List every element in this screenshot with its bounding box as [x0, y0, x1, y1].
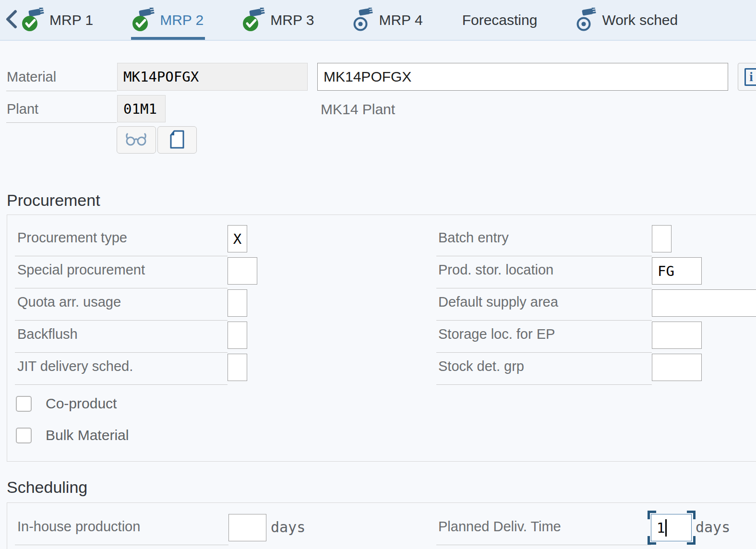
- focus-corner-icon: [687, 536, 696, 545]
- field-row-batch-entry: Batch entry: [430, 224, 756, 256]
- planned-deliv-time-input[interactable]: 1: [651, 514, 692, 541]
- planned-deliv-time-value: 1: [657, 520, 665, 536]
- focus-corner-icon: [687, 511, 696, 519]
- check-circle-icon: [22, 8, 44, 33]
- tab-label: MRP 1: [49, 12, 93, 28]
- field-row-special-procurement: Special procurement: [7, 256, 276, 288]
- bulk-material-checkbox[interactable]: [16, 428, 32, 443]
- scheduling-left-column: In-house production days: [7, 513, 276, 545]
- check-circle-icon: [132, 8, 155, 33]
- tab-label: MRP 4: [379, 12, 422, 28]
- special-procurement-input[interactable]: [228, 257, 257, 285]
- procurement-left-column: Procurement type X Special procurement Q…: [7, 224, 276, 454]
- tab-mrp3[interactable]: MRP 3: [243, 0, 314, 40]
- in-house-production-unit: days: [271, 519, 305, 536]
- planned-deliv-time-label: Planned Deliv. Time: [438, 519, 561, 535]
- default-supply-area-label: Default supply area: [438, 294, 558, 310]
- focus-corner-icon: [648, 536, 656, 545]
- plant-key-field[interactable]: 01M1: [117, 95, 166, 122]
- storage-loc-for-ep-input[interactable]: [652, 322, 702, 349]
- field-row-default-supply-area: Default supply area: [430, 288, 756, 321]
- special-procurement-label: Special procurement: [17, 262, 145, 278]
- quota-arr-usage-label: Quota arr. usage: [17, 294, 121, 310]
- field-row-in-house-production: In-house production days: [7, 513, 276, 545]
- tab-label: Work sched: [602, 12, 678, 28]
- record-dot-icon: [353, 8, 373, 33]
- scheduling-groupbox: In-house production days Planned Deliv. …: [7, 502, 756, 549]
- display-button[interactable]: [117, 126, 156, 154]
- prod-stor-location-input[interactable]: FG: [652, 257, 702, 285]
- batch-entry-input[interactable]: [652, 225, 672, 252]
- glasses-icon: [125, 132, 148, 148]
- in-house-production-input[interactable]: [228, 514, 266, 541]
- information-icon: i: [744, 68, 756, 86]
- procurement-type-label: Procurement type: [17, 230, 127, 246]
- checkbox-row-co-product: Co-product: [7, 390, 276, 422]
- back-button[interactable]: [0, 0, 22, 40]
- focus-corner-icon: [648, 511, 656, 519]
- procurement-right-column: Batch entry Prod. stor. location FG Defa…: [430, 224, 756, 385]
- field-row-jit-delivery-sched: JIT delivery sched.: [7, 353, 276, 385]
- tab-mrp4[interactable]: MRP 4: [353, 0, 422, 40]
- plant-label: Plant: [7, 101, 38, 117]
- procurement-groupbox: Procurement type X Special procurement Q…: [7, 215, 756, 462]
- field-row-procurement-type: Procurement type X: [7, 224, 276, 256]
- batch-entry-label: Batch entry: [438, 230, 509, 246]
- procurement-section-title: Procurement: [7, 191, 100, 210]
- tab-mrp1[interactable]: MRP 1: [22, 0, 93, 40]
- bulk-material-label: Bulk Material: [46, 427, 129, 443]
- copy-page-icon: [169, 129, 185, 151]
- storage-loc-for-ep-label: Storage loc. for EP: [438, 326, 555, 342]
- co-product-label: Co-product: [46, 395, 117, 412]
- co-product-checkbox[interactable]: [16, 396, 32, 412]
- field-row-stock-det-grp: Stock det. grp: [430, 353, 756, 385]
- check-circle-icon: [243, 8, 265, 33]
- planned-deliv-time-unit: days: [696, 519, 730, 536]
- backflush-input[interactable]: [228, 322, 247, 349]
- stock-det-grp-label: Stock det. grp: [438, 358, 524, 374]
- material-description-field[interactable]: MK14POFGX: [317, 63, 728, 91]
- jit-delivery-sched-input[interactable]: [228, 354, 247, 381]
- field-row-quota-arr-usage: Quota arr. usage: [7, 288, 276, 321]
- tab-forecasting[interactable]: Forecasting: [462, 0, 538, 40]
- tab-work-scheduling[interactable]: Work sched: [576, 0, 678, 40]
- backflush-label: Backflush: [17, 326, 78, 342]
- chevron-left-icon: [4, 8, 18, 32]
- jit-delivery-sched-label: JIT delivery sched.: [17, 358, 133, 374]
- material-label: Material: [7, 69, 56, 85]
- tab-label: MRP 2: [160, 12, 204, 28]
- checkbox-row-bulk-material: Bulk Material: [7, 422, 276, 454]
- plant-description: MK14 Plant: [321, 101, 395, 118]
- tab-label: MRP 3: [270, 12, 314, 28]
- copy-button[interactable]: [157, 126, 197, 154]
- record-dot-icon: [576, 8, 597, 33]
- field-row-backflush: Backflush: [7, 321, 276, 353]
- stock-det-grp-input[interactable]: [652, 354, 702, 381]
- field-row-planned-deliv-time: Planned Deliv. Time 1 days: [430, 513, 756, 545]
- scheduling-right-column: Planned Deliv. Time 1 days: [430, 513, 756, 545]
- plant-row-underline: [6, 122, 117, 123]
- tab-label: Forecasting: [462, 12, 538, 28]
- procurement-type-input[interactable]: X: [228, 225, 247, 252]
- info-button[interactable]: i: [738, 63, 756, 91]
- material-key-field[interactable]: MK14POFGX: [117, 63, 308, 91]
- in-house-production-label: In-house production: [17, 519, 140, 535]
- tab-strip: MRP 1 MRP 2 MR: [0, 0, 756, 41]
- field-row-prod-stor-location: Prod. stor. location FG: [430, 256, 756, 288]
- tab-mrp2[interactable]: MRP 2: [132, 0, 204, 40]
- prod-stor-location-label: Prod. stor. location: [438, 262, 553, 278]
- scheduling-section-title: Scheduling: [7, 478, 87, 497]
- field-row-storage-loc-for-ep: Storage loc. for EP: [430, 321, 756, 353]
- material-row-underline: [6, 91, 117, 91]
- default-supply-area-input[interactable]: [652, 289, 756, 317]
- text-cursor: [665, 519, 667, 537]
- quota-arr-usage-input[interactable]: [228, 289, 247, 317]
